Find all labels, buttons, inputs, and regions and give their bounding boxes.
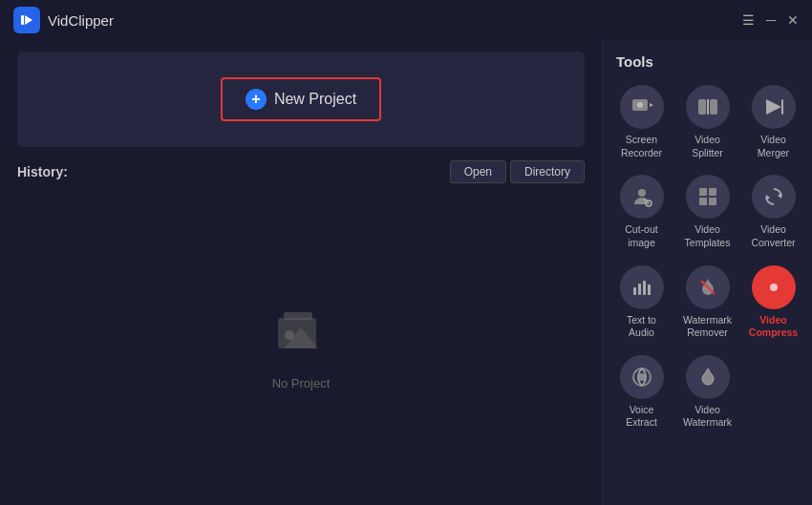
- app-title: VidClipper: [48, 12, 114, 29]
- no-project-icon: [270, 301, 331, 368]
- tools-title: Tools: [612, 53, 802, 70]
- titlebar-left: VidClipper: [13, 7, 114, 33]
- voice-extract-icon: [620, 355, 664, 399]
- minimize-icon[interactable]: ─: [766, 12, 776, 28]
- cut-out-image-label: Cut-out image: [614, 223, 669, 249]
- video-converter-label: Video Converter: [746, 223, 801, 249]
- tool-video-converter[interactable]: Video Converter: [744, 171, 802, 253]
- titlebar-controls: ☰ ─ ✕: [742, 12, 799, 28]
- tools-grid: Screen Recorder Video Splitter: [612, 81, 802, 433]
- text-to-audio-label: Text to Audio: [614, 314, 669, 340]
- video-merger-label: Video Merger: [746, 134, 801, 159]
- video-splitter-label: Video Splitter: [680, 134, 735, 159]
- tool-video-merger[interactable]: Video Merger: [744, 81, 802, 163]
- tool-video-compress[interactable]: Video Compress: [744, 262, 802, 344]
- video-converter-icon: [752, 175, 796, 219]
- menu-icon[interactable]: ☰: [742, 12, 755, 28]
- video-templates-label: Video Templates: [680, 223, 735, 249]
- svg-point-30: [770, 284, 778, 291]
- watermark-remover-icon: [686, 265, 730, 309]
- video-splitter-icon: [686, 85, 730, 129]
- video-templates-icon: [686, 175, 730, 219]
- tool-cut-out-image[interactable]: Cut-out image: [612, 171, 671, 253]
- svg-rect-24: [633, 287, 636, 295]
- svg-rect-11: [710, 99, 717, 115]
- svg-rect-10: [698, 99, 706, 115]
- left-panel: + New Project History: Open Directory: [0, 40, 602, 505]
- new-project-label: New Project: [274, 91, 356, 108]
- svg-rect-18: [699, 188, 707, 196]
- tool-voice-extract[interactable]: Voice Extract: [612, 351, 671, 433]
- watermark-remover-label: Watermark Remover: [680, 314, 735, 340]
- video-watermark-label: Video Watermark: [680, 404, 735, 430]
- svg-rect-20: [699, 198, 707, 205]
- svg-marker-13: [766, 99, 781, 115]
- main-layout: + New Project History: Open Directory: [0, 40, 812, 505]
- close-icon[interactable]: ✕: [787, 12, 799, 28]
- video-watermark-icon: [686, 355, 730, 399]
- no-project-area: No Project: [17, 197, 585, 494]
- history-section: History: Open Directory: [17, 160, 585, 183]
- svg-point-15: [638, 189, 646, 197]
- screen-recorder-label: Screen Recorder: [614, 134, 669, 159]
- screen-recorder-icon: [620, 85, 664, 129]
- svg-point-32: [638, 373, 646, 381]
- new-project-button[interactable]: + New Project: [221, 77, 381, 121]
- text-to-audio-icon: [620, 265, 664, 309]
- svg-rect-25: [638, 284, 641, 295]
- svg-rect-19: [709, 188, 716, 196]
- no-project-text: No Project: [272, 376, 331, 390]
- tool-video-templates[interactable]: Video Templates: [678, 171, 737, 253]
- svg-rect-27: [648, 284, 651, 295]
- cut-out-image-icon: [620, 175, 664, 219]
- svg-rect-4: [284, 312, 312, 320]
- voice-extract-label: Voice Extract: [614, 404, 669, 430]
- video-compress-label: Video Compress: [746, 314, 801, 340]
- tool-video-watermark[interactable]: Video Watermark: [678, 351, 737, 433]
- app-logo: [13, 7, 40, 33]
- svg-rect-14: [781, 99, 783, 115]
- video-merger-icon: [752, 85, 796, 129]
- right-panel: Tools Screen Recorder: [602, 40, 812, 505]
- history-buttons: Open Directory: [450, 160, 585, 183]
- svg-rect-21: [709, 198, 716, 205]
- tool-watermark-remover[interactable]: Watermark Remover: [678, 262, 737, 344]
- svg-point-9: [637, 102, 643, 108]
- directory-button[interactable]: Directory: [510, 160, 585, 183]
- svg-point-6: [285, 330, 294, 340]
- open-button[interactable]: Open: [450, 160, 506, 183]
- new-project-area[interactable]: + New Project: [17, 52, 585, 147]
- video-compress-icon: [752, 265, 796, 309]
- tool-text-to-audio[interactable]: Text to Audio: [612, 262, 671, 344]
- svg-rect-26: [643, 281, 646, 295]
- titlebar: VidClipper ☰ ─ ✕: [0, 0, 812, 40]
- svg-marker-22: [778, 193, 781, 199]
- tool-video-splitter[interactable]: Video Splitter: [678, 81, 737, 163]
- svg-rect-2: [21, 15, 24, 25]
- history-header: History: Open Directory: [17, 160, 585, 183]
- svg-marker-8: [650, 103, 653, 107]
- svg-marker-23: [766, 195, 770, 200]
- plus-icon: +: [246, 89, 267, 110]
- tool-screen-recorder[interactable]: Screen Recorder: [612, 81, 671, 163]
- history-label: History:: [17, 164, 68, 179]
